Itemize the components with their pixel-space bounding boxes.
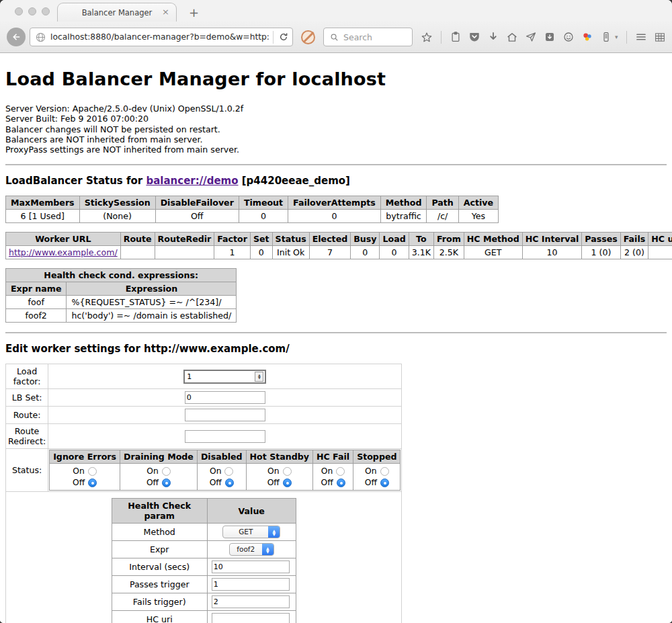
- back-button[interactable]: [7, 28, 26, 46]
- form-row-route-redirect: Route Redirect:: [6, 424, 402, 449]
- hot-standby-off-radio[interactable]: [283, 479, 292, 487]
- interval-input[interactable]: [212, 560, 290, 573]
- form-row-status: Status: Ignore Errors Draining Mode Disa…: [6, 449, 402, 492]
- tab-groups-grid-icon[interactable]: [654, 31, 666, 43]
- worker-url-link[interactable]: http://www.example.com/: [9, 247, 118, 257]
- disabled-off-radio[interactable]: [225, 479, 234, 487]
- draining-mode-on-radio[interactable]: [162, 467, 171, 476]
- col-disablefailover: DisableFailover: [155, 196, 239, 210]
- stopped-off-radio[interactable]: [380, 479, 389, 487]
- route-redirect-label: Route Redirect:: [6, 424, 48, 449]
- load-factor-input[interactable]: 1 ▲▼: [183, 370, 266, 384]
- hc-row-hcuri: HC uri: [112, 611, 296, 623]
- form-row-hc-params: Health Check param Value Method GET ▲▼: [6, 492, 402, 623]
- lb-set-label: LB Set:: [6, 389, 48, 407]
- status-label: Status:: [6, 449, 48, 492]
- pocket-icon[interactable]: [468, 31, 480, 43]
- edit-worker-heading: Edit worker settings for http://www.exam…: [5, 343, 667, 355]
- hc-expr-table: Health check cond. expressions: Expr nam…: [5, 268, 237, 323]
- toolbar-icons: ▾: [421, 31, 666, 44]
- search-bar[interactable]: [323, 28, 413, 46]
- col-path: Path: [427, 196, 458, 210]
- divider: [5, 164, 667, 165]
- menu-button[interactable]: [635, 31, 647, 43]
- inherit-note: Balancers are NOT inherited from main se…: [5, 134, 202, 144]
- window-minimize-button[interactable]: [28, 7, 36, 15]
- search-input[interactable]: [343, 32, 404, 42]
- hc-fail-off-radio[interactable]: [337, 479, 345, 487]
- table-header-row: Expr name Expression: [6, 282, 237, 296]
- status-table: Ignore Errors Draining Mode Disabled Hot…: [49, 450, 401, 491]
- expr-row: foof %{REQUEST_STATUS} =~ /^[234]/: [6, 296, 237, 309]
- url-text[interactable]: localhost:8880/balancer-manager?b=demo&w…: [50, 32, 269, 42]
- new-tab-button[interactable]: +: [189, 7, 199, 19]
- load-factor-label: Load factor:: [6, 364, 48, 389]
- col-timeout: Timeout: [239, 196, 288, 210]
- page-title: Load Balancer Manager for localhost: [5, 69, 667, 89]
- select-stepper-icon: ▲▼: [268, 526, 280, 538]
- tab-title: Balancer Manager: [82, 8, 153, 17]
- col-failoverattempts: FailoverAttempts: [288, 196, 381, 210]
- status-heading-prefix: LoadBalancer Status for: [5, 175, 146, 187]
- lb-set-input[interactable]: [185, 391, 265, 404]
- fails-input[interactable]: [212, 595, 290, 608]
- square-download-icon[interactable]: [544, 31, 556, 43]
- ignore-errors-off-radio[interactable]: [88, 479, 97, 487]
- download-icon[interactable]: [487, 31, 499, 43]
- bookmark-star-icon[interactable]: [421, 31, 433, 43]
- stopped-on-radio[interactable]: [380, 467, 389, 476]
- draining-mode-off-radio[interactable]: [162, 479, 171, 487]
- tab-close-icon[interactable]: ×: [162, 7, 169, 17]
- table-header-row: MaxMembers StickySession DisableFailover…: [6, 196, 499, 210]
- worker-table: Worker URL Route RouteRedir Factor Set S…: [5, 232, 672, 259]
- colorful-dots-extension-icon[interactable]: [581, 31, 593, 43]
- table-header-row: Worker URL Route RouteRedir Factor Set S…: [6, 233, 672, 246]
- route-input[interactable]: [185, 409, 265, 421]
- hc-row-method: Method GET ▲▼: [112, 524, 296, 541]
- method-select[interactable]: GET ▲▼: [222, 526, 280, 538]
- col-active: Active: [458, 196, 498, 210]
- chat-smiley-icon[interactable]: [562, 31, 575, 43]
- navigation-toolbar: localhost:8880/balancer-manager?b=demo&w…: [0, 22, 672, 53]
- page-content: Load Balancer Manager for localhost Serv…: [0, 53, 672, 623]
- col-maxmembers: MaxMembers: [6, 196, 80, 210]
- server-built: Server Built: Feb 9 2016 07:00:20: [5, 114, 149, 124]
- hc-fail-on-radio[interactable]: [336, 467, 345, 476]
- form-row-lb-set: LB Set:: [6, 389, 402, 407]
- balancer-link[interactable]: balancer://demo: [146, 175, 238, 187]
- hot-standby-on-radio[interactable]: [283, 467, 292, 476]
- hc-expr-title: Health check cond. expressions:: [6, 269, 237, 282]
- passes-input[interactable]: [212, 578, 290, 591]
- expr-select[interactable]: foof2 ▲▼: [229, 543, 274, 556]
- hc-uri-input[interactable]: [212, 613, 290, 623]
- content-blocked-icon[interactable]: [301, 30, 315, 44]
- server-info: Server Version: Apache/2.5.0-dev (Unix) …: [5, 103, 667, 155]
- form-row-load-factor: Load factor: 1 ▲▼: [6, 364, 402, 389]
- route-redirect-input[interactable]: [185, 430, 265, 443]
- back-arrow-icon: [10, 31, 22, 43]
- toolbar-divider: [626, 31, 627, 44]
- browser-tab[interactable]: Balancer Manager ×: [57, 3, 177, 22]
- url-bar[interactable]: localhost:8880/balancer-manager?b=demo&w…: [30, 28, 293, 46]
- expr-row: foof2 hc('body') =~ /domain is establish…: [6, 309, 237, 323]
- clipboard-icon[interactable]: [450, 31, 462, 43]
- disabled-on-radio[interactable]: [224, 467, 233, 476]
- status-radio-row: On Off On Off On Off: [50, 464, 401, 491]
- number-stepper-icon[interactable]: ▲▼: [255, 372, 263, 382]
- window-zoom-button[interactable]: [42, 7, 50, 15]
- balancer-table: MaxMembers StickySession DisableFailover…: [5, 196, 499, 223]
- home-icon[interactable]: [506, 31, 518, 43]
- ignore-errors-on-radio[interactable]: [88, 467, 97, 476]
- notes-panel-icon[interactable]: [600, 31, 612, 43]
- browser-tab-bar: Balancer Manager × +: [0, 0, 672, 22]
- divider: [5, 332, 667, 333]
- col-stickysession: StickySession: [79, 196, 155, 210]
- hc-row-fails: Fails trigger): [112, 593, 296, 611]
- send-plane-icon[interactable]: [525, 31, 537, 43]
- window-controls: [15, 7, 50, 15]
- window-close-button[interactable]: [15, 7, 23, 15]
- edit-worker-form: Load factor: 1 ▲▼ LB Set: Route:: [5, 364, 402, 623]
- reload-button[interactable]: [278, 31, 290, 43]
- hc-row-passes: Passes trigger: [112, 576, 296, 593]
- chevron-down-icon[interactable]: ▾: [615, 34, 618, 40]
